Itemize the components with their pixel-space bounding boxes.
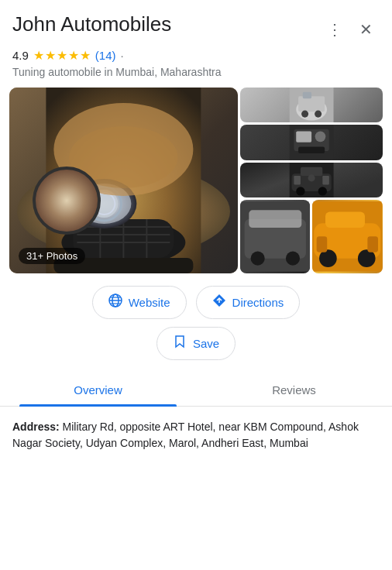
main-photo-image bbox=[9, 88, 238, 273]
photo-thumb-5[interactable] bbox=[312, 200, 383, 273]
header-actions: ⋮ ✕ bbox=[321, 12, 380, 43]
svg-rect-25 bbox=[296, 132, 311, 142]
svg-rect-19 bbox=[298, 96, 325, 112]
bookmark-icon bbox=[173, 335, 187, 352]
photo-count: 31+ Photos bbox=[19, 248, 85, 264]
save-label: Save bbox=[193, 337, 219, 350]
svg-point-26 bbox=[315, 132, 325, 142]
save-button[interactable]: Save bbox=[156, 327, 236, 360]
close-icon: ✕ bbox=[359, 20, 373, 39]
svg-rect-30 bbox=[301, 167, 322, 176]
dot-separator: · bbox=[121, 49, 124, 62]
thumb1-svg bbox=[240, 88, 383, 122]
directions-icon-svg bbox=[212, 294, 226, 307]
action-row-1: Website Directions bbox=[92, 286, 301, 319]
address-text: Military Rd, opposite ART Hotel, near KB… bbox=[12, 421, 359, 449]
svg-rect-35 bbox=[322, 176, 329, 184]
svg-point-21 bbox=[301, 111, 308, 118]
photo-thumb-3[interactable] bbox=[240, 163, 383, 197]
svg-rect-47 bbox=[368, 237, 379, 252]
svg-point-39 bbox=[250, 252, 264, 266]
svg-rect-27 bbox=[298, 147, 325, 154]
globe-icon-svg bbox=[108, 294, 122, 307]
bottom-thumbs bbox=[240, 200, 383, 273]
star-2: ★ bbox=[45, 48, 56, 63]
svg-point-22 bbox=[315, 111, 322, 118]
tab-overview-label: Overview bbox=[74, 383, 122, 397]
more-options-button[interactable]: ⋮ bbox=[321, 15, 349, 43]
tab-reviews-label: Reviews bbox=[272, 383, 316, 397]
tabs-section: Overview Reviews bbox=[0, 374, 392, 407]
star-3: ★ bbox=[57, 48, 67, 63]
directions-icon bbox=[212, 294, 226, 311]
thumb4-svg bbox=[240, 200, 311, 273]
svg-rect-34 bbox=[294, 176, 301, 184]
photo-thumb-1[interactable] bbox=[240, 88, 383, 122]
more-icon: ⋮ bbox=[327, 20, 342, 39]
svg-rect-20 bbox=[303, 92, 311, 99]
close-button[interactable]: ✕ bbox=[352, 15, 380, 43]
review-count[interactable]: (14) bbox=[95, 49, 116, 62]
business-category: Tuning automobile in Mumbai, Maharashtra bbox=[0, 64, 392, 88]
svg-point-32 bbox=[318, 187, 326, 195]
star-4: ★ bbox=[68, 48, 79, 63]
svg-point-16 bbox=[69, 126, 177, 188]
directions-button[interactable]: Directions bbox=[196, 286, 301, 319]
address-label: Address: bbox=[12, 421, 60, 433]
tab-reviews[interactable]: Reviews bbox=[196, 374, 392, 406]
globe-icon bbox=[108, 294, 122, 311]
photo-side-column bbox=[240, 88, 383, 273]
svg-point-31 bbox=[296, 187, 304, 195]
star-rating: ★ ★ ★ ★ ★ bbox=[33, 48, 91, 63]
svg-rect-46 bbox=[317, 237, 328, 252]
action-row-2: Save bbox=[156, 327, 236, 360]
business-title: John Automobiles bbox=[12, 12, 321, 36]
photo-thumb-4[interactable] bbox=[240, 200, 311, 273]
address-block: Address: Military Rd, opposite ART Hotel… bbox=[12, 419, 380, 452]
star-5: ★ bbox=[80, 48, 91, 63]
action-buttons-section: Website Directions Save bbox=[0, 273, 392, 368]
directions-label: Directions bbox=[232, 296, 284, 309]
main-photo-svg bbox=[9, 88, 238, 273]
photo-thumb-2[interactable] bbox=[240, 125, 383, 160]
rating-number: 4.9 bbox=[12, 49, 29, 62]
bookmark-icon-svg bbox=[173, 335, 187, 349]
photo-grid[interactable]: 31+ Photos bbox=[0, 88, 392, 273]
thumb2-svg bbox=[240, 125, 383, 160]
svg-point-40 bbox=[286, 252, 300, 266]
website-button[interactable]: Website bbox=[92, 286, 187, 319]
star-1: ★ bbox=[33, 48, 44, 63]
svg-rect-38 bbox=[249, 211, 301, 228]
overview-section: Address: Military Rd, opposite ART Hotel… bbox=[0, 407, 392, 452]
main-photo[interactable]: 31+ Photos bbox=[9, 88, 238, 273]
svg-rect-43 bbox=[325, 212, 365, 228]
header-section: John Automobiles ⋮ ✕ bbox=[0, 0, 392, 46]
thumb5-svg bbox=[312, 200, 383, 273]
svg-point-33 bbox=[308, 174, 315, 181]
rating-row: 4.9 ★ ★ ★ ★ ★ (14) · bbox=[0, 46, 392, 64]
tab-overview[interactable]: Overview bbox=[0, 374, 196, 406]
website-label: Website bbox=[129, 296, 170, 309]
thumb3-svg bbox=[240, 163, 383, 197]
